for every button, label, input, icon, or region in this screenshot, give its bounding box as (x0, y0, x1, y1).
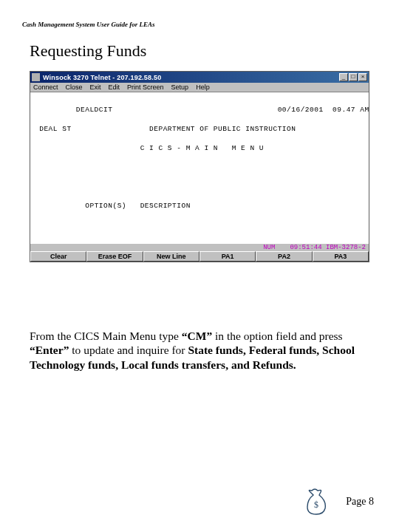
menu-help[interactable]: Help (196, 83, 210, 91)
menu-setup[interactable]: Setup (171, 83, 189, 91)
titlebar: Winsock 3270 Telnet - 207.192.58.50 _ □ … (30, 72, 369, 83)
clear-button[interactable]: Clear (30, 251, 86, 262)
svg-text:$: $ (314, 499, 318, 510)
erase-eof-button[interactable]: Erase EOF (86, 251, 143, 262)
function-button-row: Clear Erase EOF New Line PA1 PA2 PA3 (30, 251, 369, 262)
minimize-button[interactable]: _ (339, 73, 348, 81)
status-indicator: NUM 09:51:44 IBM-3278-2 (30, 244, 369, 251)
page-number: Page 8 (346, 496, 374, 508)
menu-exit[interactable]: Exit (90, 83, 101, 91)
instruction-text: From the CICS Main Menu type “CM” in the… (30, 329, 369, 372)
window-title: Winsock 3270 Telnet - 207.192.58.50 (43, 74, 339, 81)
money-bag-icon: $ (301, 488, 332, 516)
page-footer: $ Page 8 (301, 488, 374, 516)
menu-close[interactable]: Close (66, 83, 83, 91)
menu-edit[interactable]: Edit (109, 83, 120, 91)
menubar: Connect Close Exit Edit Print Screen Set… (30, 83, 369, 92)
new-line-button[interactable]: New Line (143, 251, 200, 262)
status-clock: 09:51:44 IBM-3278-2 (290, 244, 366, 251)
maximize-button[interactable]: □ (349, 73, 358, 81)
pa1-button[interactable]: PA1 (200, 251, 256, 262)
numlock-label: NUM (263, 244, 275, 251)
pa2-button[interactable]: PA2 (256, 251, 312, 262)
section-title: Requesting Funds (30, 41, 377, 61)
app-icon (32, 73, 40, 81)
terminal-window: Winsock 3270 Telnet - 207.192.58.50 _ □ … (30, 71, 369, 262)
menu-print[interactable]: Print Screen (127, 83, 164, 91)
terminal-screen[interactable]: DEALDCIT 00/16/2001 09.47 AM DEAL ST DEP… (30, 92, 369, 244)
doc-header: Cash Management System User Guide for LE… (22, 21, 377, 28)
close-button[interactable]: × (358, 73, 367, 81)
menu-connect[interactable]: Connect (33, 83, 58, 91)
pa3-button[interactable]: PA3 (313, 251, 369, 262)
